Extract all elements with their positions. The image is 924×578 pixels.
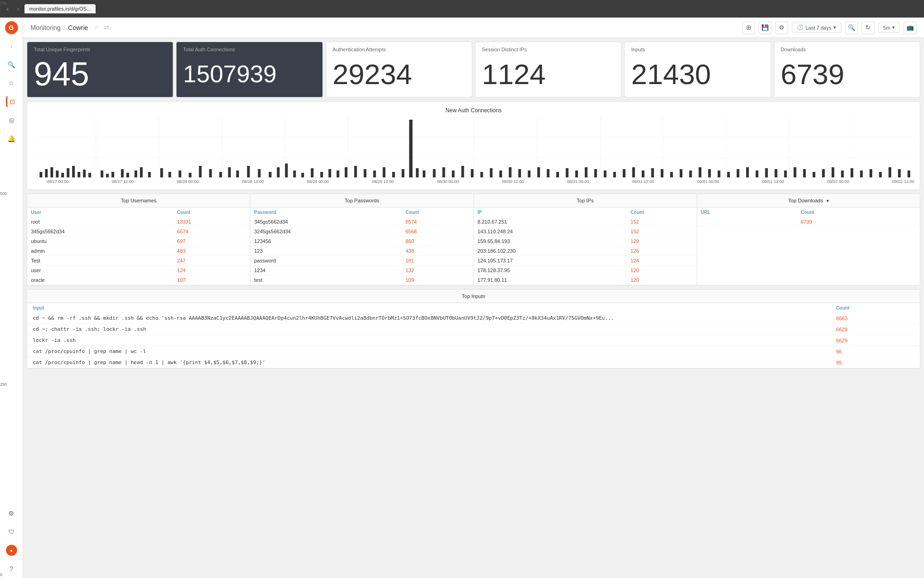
username-count-col-header[interactable]: Count — [173, 207, 250, 217]
refresh-chevron: ▾ — [892, 24, 895, 30]
password-col-header[interactable]: Password — [250, 207, 401, 217]
svg-rect-63 — [416, 168, 419, 177]
main-content: Monitoring / Cowrie ☆ ⇄ ⊞ 💾 ⚙ 🕐 Last 7 d… — [23, 18, 924, 578]
auth-connections-chart-panel: New Auth Connections 750 500 250 0 — [27, 101, 920, 190]
svg-rect-105 — [813, 172, 815, 177]
username-col-header[interactable]: User — [27, 207, 173, 217]
svg-rect-67 — [452, 170, 455, 177]
star-dashboard-icon[interactable]: ☆ — [94, 24, 99, 31]
svg-rect-81 — [585, 167, 588, 177]
svg-rect-18 — [45, 169, 48, 177]
svg-rect-65 — [433, 169, 436, 177]
svg-rect-24 — [78, 172, 80, 177]
password-count-cell: 6574 — [402, 217, 474, 227]
username-count-cell: 483 — [173, 246, 250, 256]
svg-rect-101 — [775, 169, 778, 177]
svg-rect-66 — [442, 167, 445, 177]
svg-rect-29 — [111, 172, 114, 177]
refresh-interval-picker[interactable]: 5m ▾ — [878, 22, 900, 33]
password-cell: 123 — [250, 246, 401, 256]
input-cell: cat /proc/cpuinfo | grep name | wc -l — [27, 346, 831, 357]
top-usernames-table: User Count root13331345gs5662d346574ubun… — [27, 207, 250, 285]
svg-rect-102 — [784, 170, 787, 177]
downloads-collapse-btn[interactable]: ▾ — [827, 198, 829, 203]
forward-button[interactable]: › — [14, 4, 22, 13]
top-passwords-section: Top Passwords Password Count 345gs5662d3… — [250, 194, 474, 285]
svg-rect-108 — [841, 170, 844, 177]
svg-rect-113 — [888, 167, 891, 177]
zoom-out-btn[interactable]: 🔍 — [845, 21, 858, 34]
svg-rect-35 — [160, 168, 163, 177]
inputs-count-col-header[interactable]: Count — [831, 303, 920, 313]
table-row: Test247 — [27, 256, 250, 266]
svg-rect-76 — [537, 167, 540, 177]
svg-rect-69 — [471, 169, 474, 177]
stat-card-distinct-ips: Session Distinct IPs 1124 — [475, 42, 621, 97]
ip-cell: 203.186.102.230 — [474, 246, 627, 256]
svg-rect-34 — [148, 172, 151, 177]
stat-downloads-label: Downloads — [781, 47, 913, 52]
stat-auth-connections-label: Total Auth Connections — [183, 47, 316, 52]
svg-rect-49 — [293, 170, 296, 177]
ip-count-cell: 124 — [627, 256, 697, 266]
stat-fingerprints-value: 945 — [34, 56, 166, 92]
svg-rect-62 — [409, 120, 413, 177]
password-count-col-header[interactable]: Count — [402, 207, 474, 217]
input-count-cell: 95 — [831, 357, 920, 368]
svg-rect-23 — [72, 166, 75, 177]
ip-count-col-header[interactable]: Count — [627, 207, 697, 217]
stat-inputs-value: 21430 — [631, 56, 764, 92]
ip-count-cell: 126 — [627, 246, 697, 256]
content-area: Total Unique Fingerprints 945 Total Auth… — [23, 38, 924, 578]
svg-rect-80 — [575, 170, 578, 177]
svg-rect-107 — [832, 167, 834, 177]
ip-cell: 124.105.173.17 — [474, 256, 627, 266]
input-col-header[interactable]: Input — [27, 303, 831, 313]
svg-rect-37 — [179, 170, 182, 177]
active-tab[interactable]: monitor.prafiles.in/d/grOS... — [24, 4, 95, 13]
username-count-cell: 124 — [173, 266, 250, 275]
svg-rect-82 — [594, 169, 597, 177]
input-count-cell: 96 — [831, 346, 920, 357]
input-cell: cd ~ && rm -rf .ssh && mkdir .ssh && ech… — [27, 313, 831, 324]
table-row: 345gs5662d346574 — [250, 217, 473, 227]
stat-auth-attempts-label: Authentication Attempts — [333, 47, 465, 52]
password-cell: 3245gs5662d34 — [250, 227, 401, 237]
svg-rect-64 — [423, 170, 426, 177]
svg-rect-103 — [794, 167, 796, 177]
auth-chart-svg — [33, 117, 914, 177]
panel-view-btn[interactable]: ⊞ — [742, 21, 755, 34]
table-row: 178.128.37.95120 — [474, 266, 697, 275]
stats-row: Total Unique Fingerprints 945 Total Auth… — [27, 42, 920, 97]
settings-btn[interactable]: ⚙ — [775, 21, 788, 34]
stat-downloads-value: 6739 — [781, 56, 913, 92]
svg-rect-111 — [869, 169, 872, 177]
table-row: user124 — [27, 266, 250, 275]
svg-rect-93 — [699, 167, 701, 177]
browser-chrome: ‹ › monitor.prafiles.in/d/grOS... — [0, 0, 924, 18]
password-cell: test — [250, 275, 401, 285]
save-dashboard-btn[interactable]: 💾 — [759, 21, 772, 34]
svg-rect-42 — [228, 167, 231, 177]
time-range-picker[interactable]: 🕐 Last 7 days ▾ — [792, 22, 841, 33]
url-col-header[interactable]: URL — [697, 207, 797, 217]
table-row: lockr -ia .ssh6629 — [27, 335, 920, 346]
refresh-btn[interactable]: ↻ — [862, 21, 875, 34]
tv-mode-btn[interactable]: 📺 — [904, 21, 917, 34]
svg-rect-43 — [236, 170, 239, 177]
top-ips-table: IP Count 8.210.67.251152143.110.248.2415… — [474, 207, 697, 285]
share-dashboard-icon[interactable]: ⇄ — [104, 24, 109, 31]
svg-rect-58 — [373, 170, 376, 177]
breadcrumb-home[interactable]: Monitoring — [30, 24, 61, 31]
password-count-cell: 6568 — [402, 227, 474, 237]
stat-auth-attempts-value: 29234 — [333, 56, 465, 92]
ip-col-header[interactable]: IP — [474, 207, 627, 217]
table-row: 8.210.67.251152 — [474, 217, 697, 227]
svg-rect-91 — [680, 169, 682, 177]
chart-title: New Auth Connections — [33, 107, 914, 114]
table-row: root13331 — [27, 217, 250, 227]
password-cell: 345gs5662d34 — [250, 217, 401, 227]
stat-fingerprints-label: Total Unique Fingerprints — [34, 47, 166, 52]
svg-rect-45 — [258, 169, 261, 177]
downloads-count-col-header[interactable]: Count — [797, 207, 920, 217]
